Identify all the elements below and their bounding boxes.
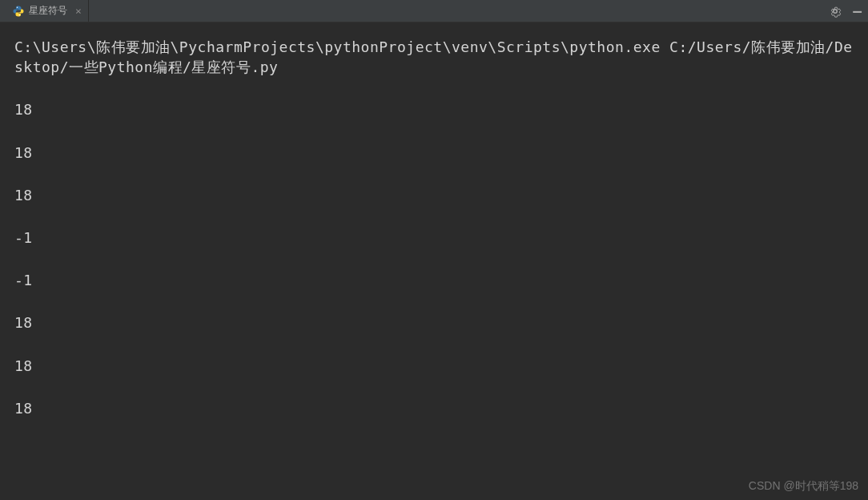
svg-point-0 [17,6,18,7]
tab-area: 星座符号 × [6,0,89,22]
output-line: 18 [14,356,854,376]
gear-icon[interactable] [829,5,842,18]
output-line: 18 [14,143,854,163]
titlebar: 星座符号 × — [0,0,868,22]
minimize-icon[interactable]: — [853,4,862,18]
output-line: 18 [14,312,854,333]
command-line: C:\Users\陈伟要加油\PycharmProjects\pythonPro… [14,37,854,77]
output-line: -1 [14,270,854,290]
output-line: 18 [14,185,854,205]
python-icon [13,6,24,17]
titlebar-controls: — [829,4,862,18]
output-line: 18 [14,398,854,418]
output-line: -1 [14,228,854,248]
close-icon[interactable]: × [75,5,82,17]
svg-point-1 [19,14,20,15]
watermark: CSDN @时代稍等198 [749,479,858,494]
tab-label: 星座符号 [29,4,67,18]
output-line: 18 [14,99,854,119]
run-tab[interactable]: 星座符号 × [6,0,89,22]
console-output: C:\Users\陈伟要加油\PycharmProjects\pythonPro… [0,22,868,455]
